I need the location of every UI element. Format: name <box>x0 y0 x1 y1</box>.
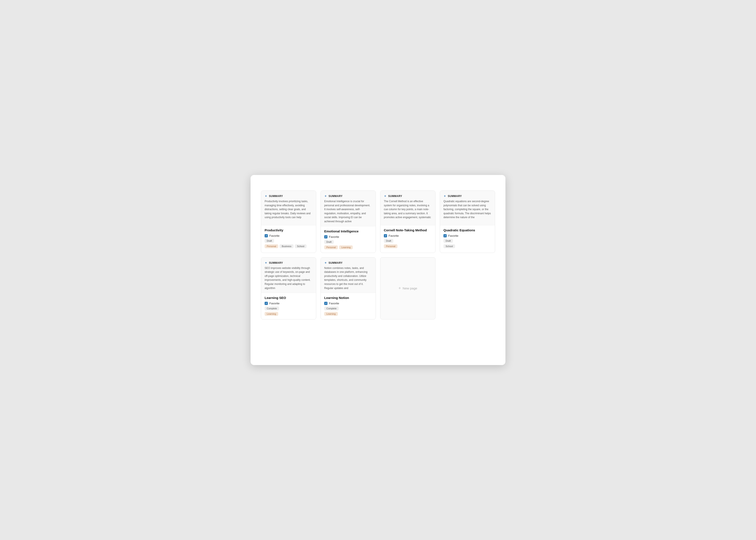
tag-learning[interactable]: Learning <box>265 312 278 316</box>
card-emotional-intelligence[interactable]: ✦SUMMARYEmotional Intelligence is crucia… <box>320 191 376 253</box>
card-body-learning-seo: Learning SEOFavoriteCompleteLearning <box>261 293 316 319</box>
preview-text-cornell-note-taking: The Cornell Method is an effective syste… <box>384 200 432 219</box>
status-badge-learning-notion: Complete <box>324 307 339 310</box>
cards-grid-row2: ✦SUMMARYSEO improves website visibility … <box>261 257 495 320</box>
edit-button[interactable]: ✎ <box>304 193 308 197</box>
favorite-checkbox-cornell-note-taking[interactable] <box>384 234 387 237</box>
tags-row-productivity: PersonalBusinessSchool <box>265 244 313 248</box>
card-title-productivity: Productivity <box>265 228 313 232</box>
favorite-label-quadratic-equations: Favorite <box>448 234 458 237</box>
edit-button[interactable]: ✎ <box>304 260 308 264</box>
summary-label-emotional-intelligence: SUMMARY <box>328 195 342 198</box>
card-cornell-note-taking[interactable]: ✦SUMMARYThe Cornell Method is an effecti… <box>380 191 436 253</box>
tag-business[interactable]: Business <box>280 244 294 248</box>
favorite-label-emotional-intelligence: Favorite <box>329 235 339 238</box>
more-button[interactable]: ··· <box>310 193 314 197</box>
more-button[interactable]: ··· <box>310 260 314 264</box>
favorite-checkbox-quadratic-equations[interactable] <box>443 234 447 237</box>
tags-row-cornell-note-taking: Personal <box>384 244 432 248</box>
preview-text-productivity: Productivity involves prioritizing tasks… <box>265 200 313 219</box>
card-title-learning-seo: Learning SEO <box>265 296 313 300</box>
favorite-row-quadratic-equations: Favorite <box>443 234 491 237</box>
app-window: ✦SUMMARYProductivity involves prioritizi… <box>251 175 505 365</box>
card-body-emotional-intelligence: Emotional IntelligenceFavoriteDraftPerso… <box>321 226 376 253</box>
status-badge-cornell-note-taking: Draft <box>384 239 393 243</box>
status-row-productivity: Draft <box>265 239 313 243</box>
card-quadratic-equations[interactable]: ✦SUMMARYQuadratic equations are second-d… <box>440 191 495 253</box>
card-body-productivity: ProductivityFavoriteDraftPersonalBusines… <box>261 225 316 252</box>
status-badge-productivity: Draft <box>265 239 274 243</box>
tags-row-learning-notion: Learning <box>324 312 372 316</box>
tag-school[interactable]: School <box>443 244 455 248</box>
card-body-cornell-note-taking: Cornell Note-Taking MethodFavoriteDraftP… <box>380 225 435 252</box>
summary-label-quadratic-equations: SUMMARY <box>448 195 462 198</box>
more-button[interactable]: ··· <box>488 193 493 197</box>
new-page-label: New page <box>403 286 417 290</box>
favorite-row-cornell-note-taking: Favorite <box>384 234 432 237</box>
favorite-checkbox-emotional-intelligence[interactable] <box>324 235 327 238</box>
preview-text-quadratic-equations: Quadratic equations are second-degree po… <box>443 200 491 219</box>
summary-label-productivity: SUMMARY <box>269 195 283 198</box>
more-button[interactable]: ··· <box>429 193 433 197</box>
wand-icon: ✦ <box>443 194 446 198</box>
preview-text-emotional-intelligence: Emotional Intelligence is crucial for pe… <box>324 200 372 223</box>
favorite-row-learning-seo: Favorite <box>265 302 313 305</box>
favorite-label-learning-seo: Favorite <box>269 302 280 305</box>
new-page-card[interactable]: +New page <box>380 257 436 320</box>
favorite-label-cornell-note-taking: Favorite <box>389 234 399 237</box>
card-title-cornell-note-taking: Cornell Note-Taking Method <box>384 228 432 232</box>
preview-text-learning-seo: SEO improves website visibility through … <box>265 266 313 290</box>
more-button[interactable]: ··· <box>369 260 373 264</box>
favorite-checkbox-productivity[interactable] <box>265 234 268 237</box>
edit-button[interactable]: ✎ <box>423 193 428 197</box>
card-productivity[interactable]: ✦SUMMARYProductivity involves prioritizi… <box>261 191 316 253</box>
wand-icon: ✦ <box>324 194 327 198</box>
card-preview-quadratic-equations: ✦SUMMARYQuadratic equations are second-d… <box>440 191 495 225</box>
tag-learning[interactable]: Learning <box>324 312 338 316</box>
wand-icon: ✦ <box>265 194 267 198</box>
card-body-quadratic-equations: Quadratic EquationsFavoriteDraftSchool <box>440 225 495 252</box>
status-row-cornell-note-taking: Draft <box>384 239 432 243</box>
tags-row-emotional-intelligence: PersonalLearning <box>324 245 372 249</box>
favorite-row-learning-notion: Favorite <box>324 302 372 305</box>
wand-icon: ✦ <box>265 261 267 265</box>
status-badge-emotional-intelligence: Draft <box>324 240 334 244</box>
status-row-learning-seo: Complete <box>265 307 313 310</box>
card-body-learning-notion: Learning NotionFavoriteCompleteLearning <box>321 293 376 319</box>
more-button[interactable]: ··· <box>369 193 373 197</box>
empty-slot <box>440 257 495 320</box>
tags-row-quadratic-equations: School <box>443 244 491 248</box>
card-preview-learning-notion: ✦SUMMARYNotion combines notes, tasks, an… <box>321 257 376 293</box>
preview-text-learning-notion: Notion combines notes, tasks, and databa… <box>324 266 372 290</box>
tag-school[interactable]: School <box>295 244 307 248</box>
tag-learning[interactable]: Learning <box>339 245 353 249</box>
wand-icon: ✦ <box>384 194 387 198</box>
status-row-quadratic-equations: Draft <box>443 239 491 243</box>
cards-grid-row1: ✦SUMMARYProductivity involves prioritizi… <box>261 191 495 253</box>
status-badge-learning-seo: Complete <box>265 307 279 310</box>
summary-label-learning-notion: SUMMARY <box>328 261 342 264</box>
favorite-row-emotional-intelligence: Favorite <box>324 235 372 238</box>
summary-label-cornell-note-taking: SUMMARY <box>388 195 402 198</box>
tag-personal[interactable]: Personal <box>265 244 278 248</box>
favorite-checkbox-learning-seo[interactable] <box>265 302 268 305</box>
edit-button[interactable]: ✎ <box>483 193 487 197</box>
summary-label-learning-seo: SUMMARY <box>269 261 283 264</box>
status-row-learning-notion: Complete <box>324 307 372 310</box>
favorite-row-productivity: Favorite <box>265 234 313 237</box>
card-title-quadratic-equations: Quadratic Equations <box>443 228 491 232</box>
card-preview-emotional-intelligence: ✦SUMMARYEmotional Intelligence is crucia… <box>321 191 376 226</box>
card-title-learning-notion: Learning Notion <box>324 296 372 300</box>
wand-icon: ✦ <box>324 261 327 265</box>
card-learning-seo[interactable]: ✦SUMMARYSEO improves website visibility … <box>261 257 316 320</box>
favorite-checkbox-learning-notion[interactable] <box>324 302 327 305</box>
tags-row-learning-seo: Learning <box>265 312 313 316</box>
tag-personal[interactable]: Personal <box>384 244 397 248</box>
tag-personal[interactable]: Personal <box>324 245 338 249</box>
card-learning-notion[interactable]: ✦SUMMARYNotion combines notes, tasks, an… <box>320 257 376 320</box>
edit-button[interactable]: ✎ <box>363 260 368 264</box>
status-badge-quadratic-equations: Draft <box>443 239 453 243</box>
favorite-label-learning-notion: Favorite <box>329 302 339 305</box>
card-preview-productivity: ✦SUMMARYProductivity involves prioritizi… <box>261 191 316 225</box>
edit-button[interactable]: ✎ <box>363 193 368 197</box>
